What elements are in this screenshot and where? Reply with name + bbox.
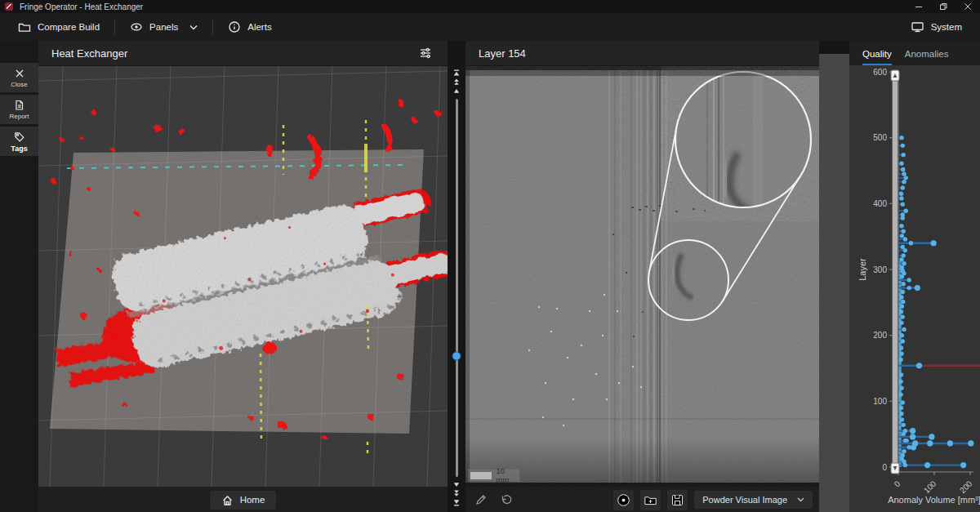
anomaly-point[interactable]	[916, 363, 922, 368]
anomaly-point[interactable]	[899, 257, 903, 261]
anomaly-point[interactable]	[903, 248, 907, 252]
anomaly-point[interactable]	[900, 304, 904, 308]
anomaly-point[interactable]	[901, 167, 905, 171]
anomaly-point[interactable]	[927, 440, 933, 446]
anomaly-point[interactable]	[899, 309, 903, 314]
anomaly-point[interactable]	[899, 295, 903, 299]
anomaly-point[interactable]	[904, 209, 908, 213]
anomaly-point[interactable]	[903, 237, 907, 241]
anomaly-point[interactable]	[901, 314, 905, 318]
anomaly-point[interactable]	[901, 216, 905, 220]
panel-splitter[interactable]	[819, 41, 849, 512]
anomaly-point[interactable]	[901, 253, 905, 257]
anomaly-point[interactable]	[899, 192, 903, 196]
anomaly-point[interactable]	[899, 224, 903, 228]
system-button[interactable]: System	[901, 16, 972, 38]
anomaly-point[interactable]	[901, 290, 905, 294]
tab-quality[interactable]: Quality	[862, 49, 892, 65]
minimize-button[interactable]	[906, 0, 931, 13]
anomaly-point[interactable]	[899, 372, 903, 376]
anomaly-point[interactable]	[901, 202, 905, 206]
anomaly-point[interactable]	[901, 432, 905, 436]
anomaly-point[interactable]	[901, 300, 905, 304]
anomaly-point[interactable]	[900, 333, 904, 337]
layer-range-track[interactable]	[893, 70, 898, 474]
anomaly-point[interactable]	[903, 463, 907, 467]
anomaly-point[interactable]	[947, 440, 953, 446]
anomaly-point[interactable]	[929, 434, 934, 439]
scrub-skip-bottom-button[interactable]	[452, 498, 461, 507]
reset-view-button[interactable]	[497, 491, 514, 509]
annotate-button[interactable]	[472, 491, 490, 509]
layer-scan-view[interactable]: 10 mm	[466, 66, 819, 487]
home-button[interactable]: Home	[210, 491, 277, 510]
anomaly-point[interactable]	[899, 386, 903, 390]
anomaly-point[interactable]	[924, 462, 930, 468]
anomaly-point[interactable]	[968, 440, 973, 446]
anomaly-point[interactable]	[909, 241, 913, 245]
anomaly-point[interactable]	[910, 428, 915, 434]
scrub-down-button[interactable]	[452, 480, 461, 489]
save-button[interactable]	[667, 490, 688, 510]
visibility-button[interactable]	[613, 490, 634, 510]
anomaly-point[interactable]	[901, 339, 905, 343]
anomaly-point[interactable]	[910, 434, 915, 439]
anomaly-point[interactable]	[960, 462, 966, 468]
maximize-button[interactable]	[931, 0, 956, 13]
anomaly-point[interactable]	[931, 240, 937, 246]
scrub-track[interactable]	[456, 99, 458, 477]
anomaly-point[interactable]	[899, 321, 903, 325]
anomaly-point[interactable]	[899, 136, 903, 140]
anomaly-point[interactable]	[898, 393, 902, 397]
tab-anomalies[interactable]: Anomalies	[905, 49, 949, 65]
anomaly-point[interactable]	[899, 352, 903, 356]
anomaly-point[interactable]	[915, 285, 920, 291]
panels-expand-button[interactable]	[188, 20, 207, 35]
anomaly-point[interactable]	[900, 417, 904, 421]
scrub-up-button[interactable]	[452, 87, 461, 96]
anomaly-point[interactable]	[902, 180, 906, 184]
anomaly-point[interactable]	[900, 234, 904, 238]
image-type-dropdown[interactable]: Powder Visual Image	[694, 491, 813, 509]
anomaly-point[interactable]	[902, 327, 906, 332]
anomaly-point[interactable]	[901, 400, 905, 404]
anomaly-point[interactable]	[902, 261, 906, 265]
anomaly-point[interactable]	[907, 286, 911, 290]
anomaly-point[interactable]	[904, 439, 908, 443]
compare-build-button[interactable]: Compare Build	[8, 16, 109, 38]
scrub-skip-top-button[interactable]	[452, 69, 461, 78]
viewport-3d[interactable]	[38, 66, 448, 487]
anomaly-point[interactable]	[898, 358, 902, 362]
export-folder-button[interactable]	[640, 490, 661, 510]
sidebar-item-close[interactable]: Close	[0, 63, 38, 92]
anomaly-point[interactable]	[901, 453, 905, 457]
anomaly-point[interactable]	[899, 345, 903, 349]
sidebar-item-tags[interactable]: Tags	[0, 127, 38, 156]
panels-button[interactable]: Panels	[120, 16, 188, 38]
anomaly-point[interactable]	[899, 196, 903, 200]
anomaly-point[interactable]	[911, 444, 916, 450]
anomaly-point[interactable]	[898, 379, 902, 383]
scrub-page-up-button[interactable]	[452, 78, 461, 87]
anomaly-point[interactable]	[901, 282, 905, 286]
anomaly-point[interactable]	[907, 278, 911, 282]
scrub-page-down-button[interactable]	[452, 489, 461, 498]
anomaly-point[interactable]	[904, 176, 908, 180]
anomaly-point[interactable]	[901, 144, 905, 148]
close-window-button[interactable]	[956, 0, 980, 13]
anomaly-point[interactable]	[901, 423, 905, 427]
anomaly-point[interactable]	[900, 274, 904, 278]
scrub-handle[interactable]	[452, 351, 461, 360]
anomaly-point[interactable]	[902, 449, 906, 453]
anomaly-chart-area[interactable]: 01002003004005006000100200LayerAnomaly V…	[849, 65, 980, 512]
anomaly-point[interactable]	[902, 171, 906, 176]
anomaly-point[interactable]	[899, 412, 903, 416]
anomaly-point[interactable]	[901, 153, 905, 157]
sidebar-item-report[interactable]: Report	[0, 95, 38, 124]
anomaly-point[interactable]	[899, 161, 903, 165]
anomaly-point[interactable]	[901, 229, 905, 234]
anomaly-point[interactable]	[901, 185, 905, 189]
anomaly-point[interactable]	[899, 406, 903, 410]
view-settings-button[interactable]	[416, 45, 434, 61]
alerts-button[interactable]: Alerts	[218, 16, 281, 38]
